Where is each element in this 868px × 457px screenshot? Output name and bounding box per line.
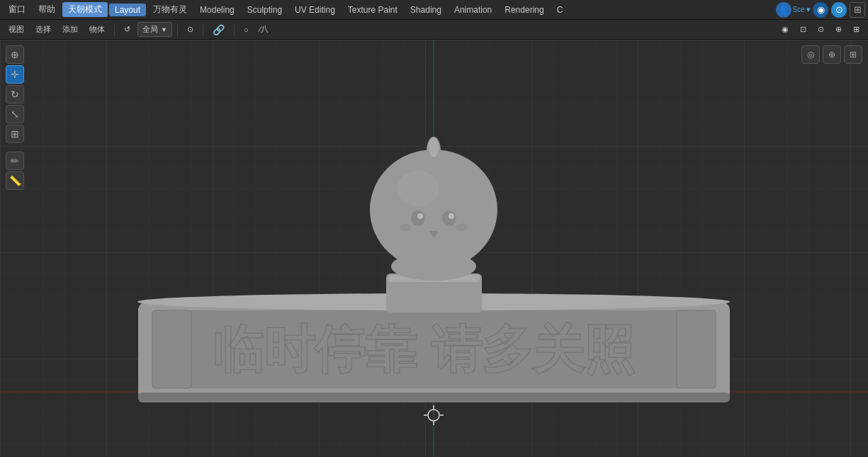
measure-tool[interactable]: 📏: [6, 171, 24, 190]
scene-3d: 临时停靠 请多关照: [0, 40, 868, 457]
svg-point-23: [391, 252, 476, 281]
svg-point-19: [449, 213, 454, 219]
view-overlay-btn[interactable]: ◎: [801, 45, 820, 64]
menu-rendering[interactable]: Rendering: [499, 4, 549, 16]
menu-sculpting[interactable]: Sculpting: [242, 4, 288, 16]
select-menu[interactable]: 选择: [31, 23, 55, 36]
view-layer-icon[interactable]: ◉: [813, 2, 828, 18]
viewport-shading-solid[interactable]: ⊡: [796, 23, 811, 35]
menu-modeling[interactable]: Modeling: [194, 4, 240, 16]
separator-1: [114, 23, 115, 36]
menu-layout[interactable]: Layout: [109, 4, 146, 16]
menu-tianzhao[interactable]: 天朝模式: [62, 2, 108, 17]
tool-gap: [6, 145, 24, 150]
transform-orientations-icon[interactable]: ↺: [120, 23, 135, 35]
view-menu[interactable]: 视图: [4, 23, 28, 36]
svg-point-17: [442, 210, 456, 226]
global-dropdown[interactable]: 全局 ▼: [137, 22, 172, 37]
top-menubar: 窗口 帮助 天朝模式 Layout 万物有灵 Modeling Sculptin…: [0, 0, 868, 20]
sign-text-main: 临时停靠 请多关照: [213, 321, 635, 378]
proportional-falloff[interactable]: ∕八: [256, 23, 274, 36]
pivot-point-icon[interactable]: ⊙: [183, 23, 198, 35]
menu-uv-editing[interactable]: UV Editing: [289, 4, 341, 16]
svg-point-15: [429, 137, 439, 157]
menu-c[interactable]: C: [551, 4, 569, 16]
svg-rect-9: [677, 310, 716, 388]
svg-point-24: [428, 410, 439, 421]
svg-point-12: [370, 149, 497, 270]
svg-rect-6: [138, 393, 730, 402]
viewport-shading-wire[interactable]: ◉: [777, 23, 793, 35]
overlays-btn[interactable]: ⊙: [813, 23, 828, 35]
panel-toggle-icon[interactable]: ⊞: [850, 2, 865, 18]
global-label: 全局: [142, 24, 158, 35]
separator-3: [203, 23, 203, 36]
gizmos-btn[interactable]: ⊕: [831, 23, 846, 35]
add-menu[interactable]: 添加: [58, 23, 82, 36]
svg-point-18: [417, 213, 423, 219]
menu-animation[interactable]: Animation: [449, 4, 497, 16]
svg-point-16: [411, 210, 425, 226]
scale-tool[interactable]: ⤡: [6, 105, 24, 123]
viewport[interactable]: 临时停靠 请多关照 ⊕ ✛ ↻ ⤡ ⊞ ✏ 📏 ◎ ⊕ ⊞: [0, 40, 868, 457]
secondary-toolbar: 视图 选择 添加 物体 ↺ 全局 ▼ ⊙ 🔗 ○ ∕八 ◉ ⊡ ⊙ ⊕ ⊞: [0, 20, 868, 40]
menu-window[interactable]: 窗口: [3, 2, 31, 17]
cursor-tool[interactable]: ⊕: [6, 45, 24, 64]
scene-dropdown-icon[interactable]: Sce▼: [794, 2, 810, 18]
menu-shading[interactable]: Shading: [405, 4, 447, 16]
svg-point-13: [397, 171, 439, 206]
rotate-tool[interactable]: ↻: [6, 85, 24, 103]
transform-tool[interactable]: ⊞: [6, 125, 24, 143]
separator-2: [177, 23, 178, 36]
overlay-toggle-icon[interactable]: ⊙: [831, 2, 847, 18]
annotate-tool[interactable]: ✏: [6, 152, 24, 170]
menu-wanwuyoling[interactable]: 万物有灵: [147, 2, 193, 17]
viewport-overlay-btns: ◎ ⊕ ⊞: [801, 45, 862, 64]
snap-toggle[interactable]: 🔗: [208, 23, 229, 37]
editor-overlay-btn[interactable]: ⊞: [844, 45, 862, 64]
svg-rect-8: [152, 310, 191, 388]
move-tool[interactable]: ✛: [6, 65, 24, 84]
left-toolbar: ⊕ ✛ ↻ ⤡ ⊞ ✏ 📏: [6, 45, 24, 190]
right-icons: 👤 Sce▼ ◉ ⊙ ⊞: [776, 2, 865, 18]
user-icon[interactable]: 👤: [776, 2, 791, 18]
editor-type-btn[interactable]: ⊞: [849, 23, 864, 35]
menu-help[interactable]: 帮助: [33, 2, 61, 17]
proportional-editing[interactable]: ○: [239, 24, 253, 35]
svg-point-21: [400, 224, 411, 231]
object-menu[interactable]: 物体: [85, 23, 109, 36]
menu-texture-paint[interactable]: Texture Paint: [342, 4, 403, 16]
dropdown-arrow: ▼: [161, 26, 167, 33]
svg-point-22: [456, 224, 468, 231]
crosshair-cursor: [424, 405, 444, 425]
gizmo-overlay-btn[interactable]: ⊕: [823, 45, 841, 64]
separator-4: [234, 23, 235, 36]
